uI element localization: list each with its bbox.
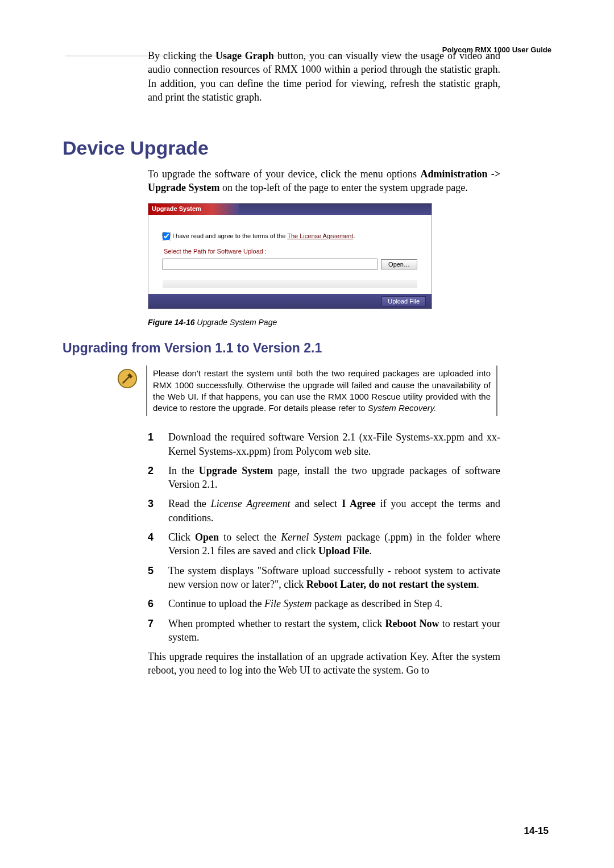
step-4: Click Open to select the Kernel System p… — [168, 530, 500, 558]
figure-tabbar: Upgrade System — [148, 203, 432, 215]
note-icon — [117, 368, 138, 389]
step-5: The system displays "Software upload suc… — [168, 564, 500, 592]
page-number: 14-15 — [524, 825, 549, 837]
figure-caption: Figure 14-16 Upgrade System Page — [148, 317, 500, 328]
step-3: Read the License Agreement and select I … — [168, 497, 500, 525]
note-box: Please don't restart the system until bo… — [146, 366, 497, 416]
intro-paragraph: By clicking the Usage Graph button, you … — [148, 49, 500, 104]
section-heading: Device Upgrade — [63, 135, 500, 161]
agree-checkbox[interactable] — [163, 232, 170, 240]
upload-path-input[interactable] — [163, 259, 377, 270]
upload-path-label: Select the Path for Software Upload : — [164, 247, 417, 256]
open-button[interactable]: Open… — [381, 259, 417, 269]
step-1: Download the required software Version 2… — [168, 430, 500, 458]
step-2: In the Upgrade System page, install the … — [168, 464, 500, 492]
steps-list: 1Download the required software Version … — [148, 430, 500, 644]
header-doc-title: Polycom RMX 1000 User Guide — [442, 45, 551, 54]
subsection-heading: Upgrading from Version 1.1 to Version 2.… — [63, 339, 500, 357]
upgrade-system-figure: Upgrade System I have read and agree to … — [148, 203, 432, 310]
tab-upgrade-system[interactable]: Upgrade System — [148, 203, 239, 215]
agree-text: I have read and agree to the terms of th… — [172, 232, 355, 240]
upload-file-button[interactable]: Upload File — [381, 296, 426, 306]
license-agreement-link[interactable]: The License Agreement — [287, 232, 353, 239]
closing-paragraph: This upgrade requires the installation o… — [148, 650, 500, 678]
step-7: When prompted whether to restart the sys… — [168, 617, 500, 645]
progress-bar-placeholder — [163, 280, 417, 288]
header-rule — [65, 56, 438, 56]
upgrade-intro-paragraph: To upgrade the software of your device, … — [148, 167, 500, 195]
step-6: Continue to upload the File System packa… — [168, 597, 500, 610]
